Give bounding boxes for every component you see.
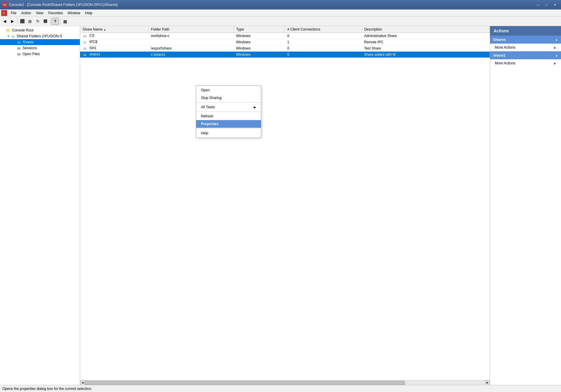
shares-section-header[interactable]: Shares ▲ — [490, 36, 561, 44]
minimize-button[interactable]: — — [534, 2, 542, 8]
tree-item-open-files[interactable]: 🗂 Open Files — [0, 51, 80, 57]
share1-section-header[interactable]: share1 ▲ — [490, 51, 561, 59]
col-header-folderpath[interactable]: Folder Path — [148, 26, 234, 33]
actions-panel: Actions Shares ▲ More Actions ▶ share1 ▲… — [490, 26, 561, 385]
share1-section-label: share1 — [493, 53, 505, 58]
context-menu: Open Stop Sharing All Tasks ▶ Refresh Pr… — [196, 85, 261, 138]
app-icon: C2 — [2, 2, 7, 7]
context-menu-refresh[interactable]: Refresh — [196, 112, 261, 120]
cell-folderpath-ipc — [148, 39, 234, 45]
tree-item-console-root[interactable]: 📁 Console Root — [0, 27, 80, 33]
cell-description-sh1: Test Share — [362, 45, 489, 52]
cell-folderpath-cs: \mnt\drive-c — [148, 33, 234, 39]
actions-title: Actions — [494, 28, 509, 33]
horizontal-scrollbar: ◀ ▶ — [80, 380, 490, 385]
share1-more-actions-label: More Actions — [495, 61, 515, 65]
back-button[interactable]: ◀ — [1, 18, 8, 25]
shares-collapse-icon: ▲ — [555, 38, 558, 41]
table-row[interactable]: 🗂 IPC$ Windows 1 Remote IPC — [80, 39, 490, 45]
shared-folders-icon: 🗂 — [11, 34, 15, 39]
cell-connections-sh1: 0 — [285, 45, 362, 52]
menu-help[interactable]: Help — [83, 10, 95, 16]
row-icon-ipc: 🗂 — [83, 40, 87, 44]
up-button[interactable]: ⬛ — [19, 18, 26, 25]
cell-description-ipc: Remote IPC — [362, 39, 489, 45]
tree-label-sessions: Sessions — [23, 46, 37, 50]
scroll-left-button[interactable]: ◀ — [80, 380, 85, 385]
tree-label-shared-folders: Shared Folders (\\FUSION-S — [17, 34, 62, 38]
title-text: Console2 - [Console Root\Shared Folders … — [9, 3, 534, 7]
row-icon-share1: 🗂 — [83, 52, 87, 57]
cell-folderpath-sh1: \export\share — [148, 45, 234, 52]
cell-type-share1: Windows — [234, 52, 285, 58]
tree-item-shares[interactable]: 🗂 Shares — [0, 39, 80, 45]
scroll-right-button[interactable]: ▶ — [485, 380, 490, 385]
folder-icon: 📁 — [6, 28, 11, 33]
help-button[interactable]: ? — [52, 18, 59, 25]
cell-type-ipc: Windows — [234, 39, 285, 45]
menu-window[interactable]: Window — [65, 10, 83, 16]
col-header-description[interactable]: Description — [362, 26, 489, 33]
cell-description-share1: Share added with M — [362, 52, 489, 58]
table-area: Share Name ▲ Folder Path Type # Client C… — [80, 26, 490, 380]
shares-section-label: Shares — [493, 37, 506, 42]
col-header-sharename[interactable]: Share Name ▲ — [80, 26, 148, 33]
context-menu-help[interactable]: Help — [196, 129, 261, 137]
tree-label-open-files: Open Files — [23, 52, 40, 56]
cell-type-cs: Windows — [234, 33, 285, 39]
col-header-connections[interactable]: # Client Connections — [285, 26, 362, 33]
cell-connections-share1: 0 — [285, 52, 362, 58]
refresh-button[interactable]: ↻ — [34, 18, 41, 25]
sessions-icon: 🗂 — [17, 46, 21, 50]
cell-sharename-ipc: IPC$ — [89, 40, 97, 44]
menu-file[interactable]: File — [8, 10, 19, 16]
table-row[interactable]: 🗂 CS \mnt\drive-c Windows 0 Administrati… — [80, 33, 490, 39]
context-menu-open[interactable]: Open — [196, 86, 261, 94]
tree-label-shares: Shares — [23, 40, 34, 44]
context-menu-all-tasks[interactable]: All Tasks ▶ — [196, 103, 261, 111]
share1-more-actions[interactable]: More Actions ▶ — [490, 59, 561, 67]
app-menu-icon: C — [1, 10, 7, 16]
expand-icon — [1, 28, 6, 33]
cell-sharename-share1: share1 — [89, 52, 100, 56]
close-button[interactable]: ✕ — [551, 2, 559, 8]
menu-favorites[interactable]: Favorites — [46, 10, 65, 16]
context-menu-stop-sharing[interactable]: Stop Sharing — [196, 94, 261, 102]
table-row-selected[interactable]: 🗂 share1 c:\share1 Windows 0 Share added… — [80, 52, 490, 58]
tree-item-sessions[interactable]: 🗂 Sessions — [0, 45, 80, 51]
show-hide-button[interactable]: ⊞ — [26, 18, 34, 25]
shares-more-actions-arrow: ▶ — [554, 46, 556, 49]
main-container: 📁 Console Root ▼ 🗂 Shared Folders (\\FUS… — [0, 26, 561, 385]
arrow-icon: ▶ — [254, 106, 256, 109]
status-text: Opens the properties dialog box for the … — [2, 387, 92, 391]
maximize-button[interactable]: □ — [543, 2, 550, 8]
scroll-thumb[interactable] — [85, 381, 405, 385]
forward-button[interactable]: ▶ — [9, 18, 16, 25]
col-header-type[interactable]: Type — [234, 26, 285, 33]
shares-more-actions-label: More Actions — [495, 45, 515, 50]
expand-placeholder-sessions — [12, 46, 17, 50]
shares-icon: 🗂 — [17, 40, 21, 44]
expand-icon-shared: ▼ — [6, 34, 11, 39]
share1-more-actions-arrow: ▶ — [554, 62, 556, 65]
row-icon-cs: 🗂 — [83, 34, 87, 38]
context-menu-properties[interactable]: Properties — [196, 120, 261, 128]
content-area: Share Name ▲ Folder Path Type # Client C… — [80, 26, 490, 385]
shares-more-actions[interactable]: More Actions ▶ — [490, 44, 561, 51]
expand-placeholder-shares — [12, 40, 17, 44]
menu-action[interactable]: Action — [19, 10, 33, 16]
export-button[interactable]: ⬛ — [42, 18, 49, 25]
status-bar: Opens the properties dialog box for the … — [0, 385, 561, 392]
menu-view[interactable]: View — [34, 10, 46, 16]
share1-collapse-icon: ▲ — [555, 54, 558, 57]
scroll-track[interactable] — [85, 380, 485, 385]
shares-table: Share Name ▲ Folder Path Type # Client C… — [80, 26, 490, 58]
window-controls: — □ ✕ — [534, 2, 559, 8]
toolbar-separator-3 — [60, 18, 60, 24]
actions-header[interactable]: Actions — [490, 26, 561, 36]
mmc-button[interactable]: ▦ — [61, 18, 69, 25]
table-row[interactable]: 🗂 SH1 \export\share Windows 0 Test Share — [80, 45, 490, 52]
cell-description-cs: Administrative Share — [362, 33, 489, 39]
tree-item-shared-folders[interactable]: ▼ 🗂 Shared Folders (\\FUSION-S — [0, 33, 80, 39]
cell-sharename-cs: CS — [89, 34, 94, 38]
